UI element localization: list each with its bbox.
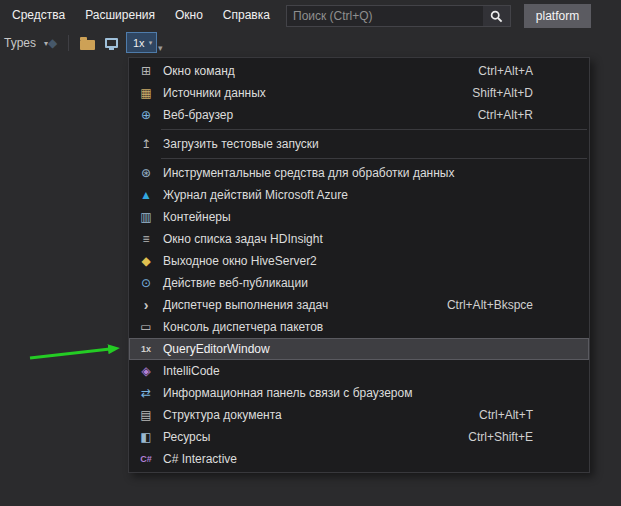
search-icon <box>490 10 503 23</box>
task-runner-icon: › <box>129 294 163 316</box>
menu-item-intellicode[interactable]: ◈ IntelliCode <box>129 360 589 382</box>
menu-item-label: Диспетчер выполнения задач <box>163 298 328 312</box>
menu-item-label: Выходное окно HiveServer2 <box>163 254 317 268</box>
command-window-icon: ⊞ <box>129 60 163 82</box>
folder-icon[interactable] <box>80 40 95 50</box>
menu-item-label: C# Interactive <box>163 452 237 466</box>
menu-item-query-editor-window[interactable]: 1x QueryEditorWindow <box>129 338 589 360</box>
azure-activity-log-icon: ▲ <box>129 184 163 206</box>
platform-button[interactable]: platform <box>524 4 591 28</box>
menu-item-label: Инструментальные средства для обработки … <box>163 166 454 180</box>
query-editor-icon: 1x <box>129 338 163 360</box>
quick-search-box <box>286 5 511 27</box>
menu-item-label: Загрузить тестовые запуски <box>163 137 319 151</box>
menu-item-shortcut: Ctrl+Alt+T <box>479 408 589 422</box>
menu-item-label: Действие веб-публикации <box>163 276 308 290</box>
menu-item-web-publish-action[interactable]: ⊙ Действие веб-публикации <box>129 272 589 294</box>
web-publish-icon: ⊙ <box>129 272 163 294</box>
menu-item-data-sources[interactable]: ▦ Источники данных Shift+Alt+D <box>129 82 589 104</box>
menu-item-web-browser[interactable]: ⊕ Веб-браузер Ctrl+Alt+R <box>129 104 589 126</box>
vs-window: Средства Расширения Окно Справка platfor… <box>0 0 621 506</box>
menu-item-label: Информационная панель связи с браузером <box>163 386 412 400</box>
menu-item-shortcut: Ctrl+Alt+Bkspce <box>447 298 589 312</box>
menu-item-resources[interactable]: ◧ Ресурсы Ctrl+Shift+E <box>129 426 589 448</box>
hiveserver2-output-icon: ◆ <box>129 250 163 272</box>
menu-item-label: Веб-браузер <box>163 108 233 122</box>
menu-item-browser-link-dashboard[interactable]: ⇄ Информационная панель связи с браузеро… <box>129 382 589 404</box>
scale-1x-button[interactable]: 1x ▾ <box>126 32 157 53</box>
types-combobox[interactable]: Types ▾ <box>0 32 48 54</box>
menu-item-command-window[interactable]: ⊞ Окно команд Ctrl+Alt+A <box>129 60 589 82</box>
search-input[interactable] <box>287 6 483 26</box>
menu-item-data-processing-tools[interactable]: ⊛ Инструментальные средства для обработк… <box>129 162 589 184</box>
menu-item-load-test-runs[interactable]: ↥ Загрузить тестовые запуски <box>129 133 589 155</box>
menu-item-shortcut: Shift+Alt+D <box>472 86 589 100</box>
data-sources-icon: ▦ <box>129 82 163 104</box>
document-outline-icon: ▤ <box>129 404 163 426</box>
menu-item-label: Окно команд <box>163 64 235 78</box>
menu-item-shortcut: Ctrl+Alt+A <box>478 64 589 78</box>
menu-item-package-manager-console[interactable]: ▭ Консоль диспетчера пакетов <box>129 316 589 338</box>
scale-1x-label: 1x <box>133 37 145 49</box>
menu-item-label: Контейнеры <box>163 210 231 224</box>
window-menu-dropdown: ⊞ Окно команд Ctrl+Alt+A ▦ Источники дан… <box>128 57 590 473</box>
menu-item-label: IntelliCode <box>163 364 220 378</box>
load-test-runs-icon: ↥ <box>129 133 163 155</box>
menu-item-csharp-interactive[interactable]: C# C# Interactive <box>129 448 589 470</box>
menu-item-hiveserver2-output[interactable]: ◆ Выходное окно HiveServer2 <box>129 250 589 272</box>
menu-tools[interactable]: Средства <box>2 0 75 30</box>
intellicode-icon: ◈ <box>129 360 163 382</box>
menu-extensions[interactable]: Расширения <box>75 0 165 30</box>
arrow-line <box>30 349 110 358</box>
menu-item-shortcut: Ctrl+Shift+E <box>468 430 589 444</box>
resources-icon: ◧ <box>129 426 163 448</box>
menu-separator <box>161 129 587 130</box>
toolbar-separator <box>68 35 69 51</box>
package-manager-console-icon: ▭ <box>129 316 163 338</box>
menu-item-label: Ресурсы <box>163 430 210 444</box>
menu-separator <box>161 158 587 159</box>
menu-help[interactable]: Справка <box>213 0 280 30</box>
screen-icon[interactable] <box>105 38 118 48</box>
menu-item-label: Консоль диспетчера пакетов <box>163 320 323 334</box>
menu-item-label: Журнал действий Microsoft Azure <box>163 188 348 202</box>
menu-item-label: Окно списка задач HDInsight <box>163 232 323 246</box>
browser-link-icon: ⇄ <box>129 382 163 404</box>
menu-item-label: Источники данных <box>163 86 266 100</box>
menu-item-label: QueryEditorWindow <box>163 342 270 356</box>
chevron-down-icon: ▾ <box>149 39 153 47</box>
menu-item-label: Структура документа <box>163 408 282 422</box>
menu-item-containers[interactable]: ▥ Контейнеры <box>129 206 589 228</box>
hdinsight-task-list-icon: ≡ <box>129 228 163 250</box>
menu-item-task-runner-explorer[interactable]: › Диспетчер выполнения задач Ctrl+Alt+Bk… <box>129 294 589 316</box>
menu-item-document-outline[interactable]: ▤ Структура документа Ctrl+Alt+T <box>129 404 589 426</box>
menu-item-azure-activity-log[interactable]: ▲ Журнал действий Microsoft Azure <box>129 184 589 206</box>
menu-window[interactable]: Окно <box>165 0 213 30</box>
csharp-interactive-icon: C# <box>129 448 163 470</box>
search-button[interactable] <box>483 6 510 26</box>
disabled-tool-icon: ◆ <box>48 36 57 50</box>
types-combobox-label: Types <box>0 36 36 50</box>
toolbar-overflow-button[interactable]: ▾ <box>158 43 163 53</box>
data-processing-tools-icon: ⊛ <box>129 162 163 184</box>
menu-item-shortcut: Ctrl+Alt+R <box>478 108 589 122</box>
containers-icon: ▥ <box>129 206 163 228</box>
web-browser-icon: ⊕ <box>129 104 163 126</box>
toolbar: Types ▾ ◆ 1x ▾ ▾ <box>0 30 621 57</box>
menu-item-hdinsight-task-list[interactable]: ≡ Окно списка задач HDInsight <box>129 228 589 250</box>
